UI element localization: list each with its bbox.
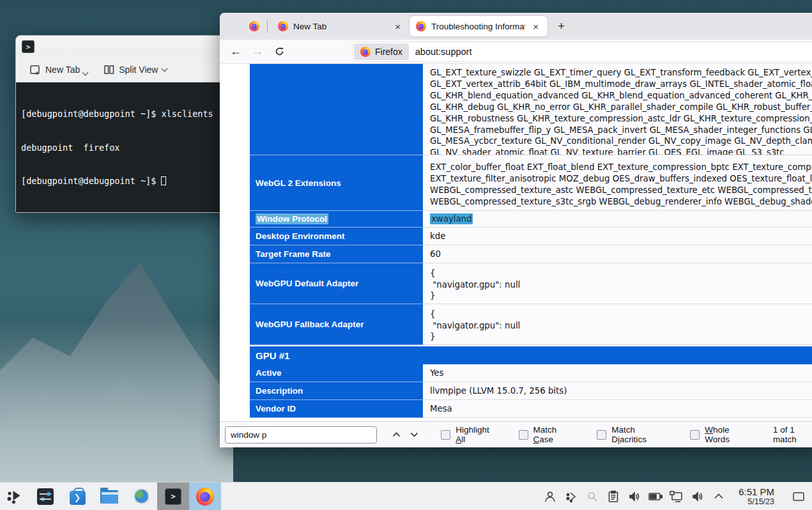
konsole-app-icon: >: [22, 40, 34, 53]
new-tab-plus-button[interactable]: +: [554, 19, 569, 33]
row-label: Target Frame Rate: [250, 245, 425, 263]
app-launcher-button[interactable]: [0, 488, 29, 505]
volume-icon[interactable]: [690, 489, 705, 504]
row-value: Mesa: [425, 400, 812, 418]
clock[interactable]: 6:51 PM 5/15/23: [739, 486, 774, 507]
navigation-bar: ← → Firefox about:support: [220, 40, 812, 64]
new-tab-label: New Tab: [45, 65, 80, 75]
table-row: WebGPU Fallback Adapter { "navigator.gpu…: [250, 304, 812, 345]
close-icon[interactable]: ×: [530, 20, 541, 33]
table-row: Active Yes: [250, 364, 812, 382]
show-desktop-button[interactable]: [790, 483, 807, 510]
split-view-button[interactable]: Split View: [104, 65, 167, 75]
row-value: Yes: [425, 364, 812, 382]
web-browser-button[interactable]: [125, 483, 157, 510]
split-view-label: Split View: [119, 65, 158, 75]
checkbox-icon[interactable]: [519, 430, 528, 440]
taskbar-konsole-task[interactable]: >: [157, 483, 189, 510]
clock-date: 5/15/23: [739, 497, 774, 506]
battery-icon[interactable]: [648, 489, 663, 504]
konsole-icon: >: [165, 488, 181, 505]
checkbox-icon[interactable]: [690, 430, 700, 440]
firefox-icon: [249, 21, 259, 31]
highlight-all-toggle[interactable]: Highlight All: [441, 425, 500, 444]
chevron-down-icon: [82, 69, 89, 75]
new-tab-button[interactable]: New Tab: [30, 65, 88, 75]
row-value: EXT_color_buffer_float EXT_float_blend E…: [425, 155, 812, 211]
row-label: WebGPU Default Adapter: [250, 263, 425, 304]
system-settings-button[interactable]: [29, 483, 61, 510]
kde-connect-icon[interactable]: [563, 489, 579, 504]
search-icon[interactable]: [585, 489, 600, 504]
row-label: Vendor ID: [250, 400, 425, 418]
row-label: Description: [250, 382, 425, 400]
tab-new-tab[interactable]: New Tab ×: [272, 16, 410, 36]
find-match-highlight: Window Protocol: [256, 213, 328, 224]
page-content: GL_EXT_texture_swizzle GL_EXT_timer_quer…: [220, 64, 812, 421]
whole-words-toggle[interactable]: Whole Words: [690, 425, 756, 444]
match-diacritics-toggle[interactable]: Match Diacritics: [597, 425, 672, 444]
table-row: WebGPU Default Adapter { "navigator.gpu"…: [250, 263, 812, 304]
discover-button[interactable]: ❯: [61, 483, 93, 510]
new-tab-icon: [30, 65, 41, 75]
file-manager-button[interactable]: [93, 483, 125, 510]
reload-button[interactable]: [270, 43, 289, 61]
desktop: > New Tab Split View [debugpoint: [0, 0, 812, 510]
chevron-down-icon: [162, 66, 168, 72]
close-icon[interactable]: ×: [392, 20, 403, 33]
clipboard-icon[interactable]: [606, 489, 621, 504]
firefox-icon: [360, 47, 371, 57]
checkbox-label: Whole Words: [705, 425, 756, 444]
checkbox-label: Match Diacritics: [611, 425, 672, 444]
checkbox-label: Highlight All: [456, 425, 500, 444]
checkbox-label: Match Case: [533, 425, 579, 444]
row-label: [250, 64, 425, 155]
find-input[interactable]: [225, 426, 377, 444]
table-row: Description llvmpipe (LLVM 15.0.7, 256 b…: [250, 382, 812, 400]
pinned-tab[interactable]: [245, 13, 263, 40]
checkbox-icon[interactable]: [441, 430, 450, 440]
row-value: { "navigator.gpu": null }: [425, 304, 812, 345]
table-row: Target Frame Rate 60: [250, 245, 812, 263]
clock-time: 6:51 PM: [739, 486, 774, 497]
url-bar[interactable]: Firefox about:support: [353, 42, 812, 61]
row-value: llvmpipe (LLVM 15.0.7, 256 bits): [425, 382, 812, 400]
chevron-up-icon: [392, 432, 401, 437]
taskbar-left: ❯ >: [0, 483, 221, 510]
tab-label: Troubleshooting Information: [431, 22, 525, 31]
taskbar-firefox-task[interactable]: [189, 483, 221, 510]
find-next-button[interactable]: [405, 426, 423, 443]
match-case-toggle[interactable]: Match Case: [519, 425, 579, 444]
firefox-icon: [278, 21, 288, 31]
folder-icon: [100, 490, 118, 504]
chevron-down-icon: [410, 432, 418, 437]
tab-bar: New Tab × Troubleshooting Information × …: [220, 13, 812, 40]
terminal-cursor: [161, 176, 166, 185]
section-header-gpu1: GPU #1: [250, 346, 812, 364]
discover-icon: ❯: [70, 491, 86, 505]
find-previous-button[interactable]: [387, 426, 405, 443]
user-icon[interactable]: [542, 489, 558, 504]
volume-icon[interactable]: [627, 489, 642, 504]
selected-text: xwayland: [430, 213, 473, 224]
row-label: WebGPU Fallback Adapter: [250, 304, 425, 345]
tab-troubleshooting[interactable]: Troubleshooting Information ×: [410, 16, 548, 36]
table-row-window-protocol: Window Protocol xwayland: [250, 211, 812, 228]
table-row: GL_EXT_texture_swizzle GL_EXT_timer_quer…: [250, 64, 812, 155]
table-row: Vendor ID Mesa: [250, 400, 812, 418]
url-text: about:support: [415, 47, 472, 57]
back-button[interactable]: ←: [226, 43, 245, 61]
row-label: Window Protocol: [250, 211, 425, 228]
identity-chip[interactable]: Firefox: [354, 43, 409, 60]
row-label: WebGL 2 Extensions: [250, 155, 425, 211]
globe-icon: [134, 488, 149, 504]
display-settings-icon[interactable]: [669, 489, 684, 504]
forward-button: →: [248, 43, 267, 61]
checkbox-icon[interactable]: [597, 430, 606, 440]
support-table: GL_EXT_texture_swizzle GL_EXT_timer_quer…: [250, 64, 812, 418]
row-label: Desktop Environment: [250, 228, 425, 245]
tab-label: New Tab: [293, 22, 387, 31]
system-tray: 6:51 PM 5/15/23: [542, 483, 812, 510]
show-desktop-icon: [793, 492, 804, 501]
expand-tray-button[interactable]: [711, 489, 726, 504]
